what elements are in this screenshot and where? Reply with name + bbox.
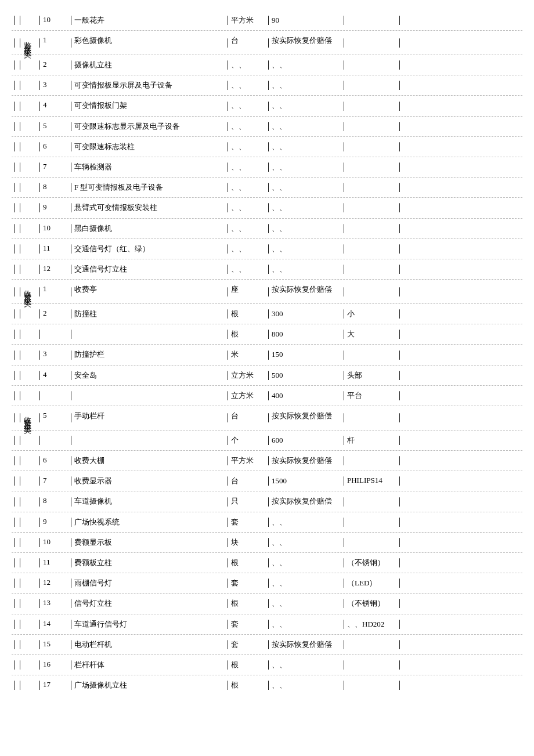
- note-cell: │平台: [339, 387, 397, 404]
- price-cell: │、、: [264, 56, 339, 74]
- price-cell: │、、: [264, 574, 339, 592]
- unit-cell: │根: [223, 325, 264, 343]
- row-separator: [12, 593, 522, 594]
- unit-cell: │、、: [223, 261, 264, 278]
- item-name: │费额板立柱: [66, 554, 223, 571]
- row-separator: [12, 634, 522, 635]
- row-number: │3: [35, 77, 66, 94]
- category-cell: │收费系统类: [15, 407, 35, 429]
- category-cell: │: [15, 387, 35, 404]
- table-row: ││收费系统类│1│收费亭│座│按实际恢复价赔偿││: [12, 281, 522, 302]
- price-cell: │150: [264, 346, 339, 363]
- price-cell: │、、: [264, 199, 339, 216]
- row-number: │4: [35, 97, 66, 114]
- unit-cell: │块: [223, 534, 264, 551]
- category-cell: │: [15, 305, 35, 323]
- item-name: │可变情报板门架: [66, 97, 223, 114]
- item-name: │一般花卉: [66, 12, 223, 29]
- table-row: │││3│可变情报板显示屏及电子设备│、、│、、││: [12, 77, 522, 94]
- row-separator: [12, 430, 522, 431]
- table-row: │││7│收费显示器│台│1500│PHILIPS14│: [12, 472, 522, 490]
- category-cell: │: [15, 199, 35, 216]
- unit-cell: │根: [223, 305, 264, 323]
- table-row: │││10│黑白摄像机│、、│、、││: [12, 220, 522, 237]
- row-separator: [12, 259, 522, 259]
- unit-cell: │台: [223, 407, 264, 429]
- category-cell: │: [15, 261, 35, 278]
- item-name: │摄像机立柱: [66, 56, 223, 74]
- category-cell: │: [15, 138, 35, 155]
- table-row: │││7│车辆检测器│、、│、、││: [12, 158, 522, 176]
- price-cell: │按实际恢复价赔偿: [264, 493, 339, 510]
- note-cell: │: [339, 97, 397, 114]
- item-name: │可变情报板显示屏及电子设备: [66, 77, 223, 94]
- unit-cell: │台: [223, 472, 264, 490]
- category-cell: │: [15, 432, 35, 449]
- unit-cell: │、、: [223, 118, 264, 135]
- row-number: │1: [35, 32, 66, 53]
- note-cell: │: [339, 346, 397, 363]
- row-number: │15: [35, 636, 66, 653]
- table-row: ││监控系统类│1│彩色摄像机│台│按实际恢复价赔偿││: [12, 32, 522, 53]
- category-cell: │: [15, 574, 35, 592]
- note-cell: │（不锈钢）: [339, 554, 397, 571]
- unit-cell: │根: [223, 554, 264, 571]
- item-name: │车辆检测器: [66, 158, 223, 176]
- item-name: │交通信号灯（红、绿）: [66, 240, 223, 258]
- note-cell: │: [339, 220, 397, 237]
- price-cell: │按实际恢复价赔偿: [264, 281, 339, 302]
- unit-cell: │套: [223, 574, 264, 592]
- unit-cell: │、、: [223, 220, 264, 237]
- item-name: │可变限速标志显示屏及电子设备: [66, 118, 223, 135]
- unit-cell: │立方米: [223, 387, 264, 404]
- item-name: │: [66, 387, 223, 404]
- price-cell: │、、: [264, 97, 339, 114]
- item-name: │手动栏杆: [66, 407, 223, 429]
- item-name: │费额显示板: [66, 534, 223, 551]
- price-cell: │、、: [264, 77, 339, 94]
- price-cell: │800: [264, 325, 339, 343]
- unit-cell: │套: [223, 513, 264, 531]
- row-number: │9: [35, 513, 66, 531]
- price-cell: │1500: [264, 472, 339, 490]
- row-number: │6: [35, 452, 66, 469]
- category-cell: │: [15, 220, 35, 237]
- table-row: │││2│摄像机立柱│、、│、、││: [12, 56, 522, 74]
- price-cell: │按实际恢复价赔偿: [264, 452, 339, 469]
- table-row: │││12│交通信号灯立柱│、、│、、││: [12, 261, 522, 278]
- price-cell: │90: [264, 12, 339, 29]
- table-row: │││││根│800│大│: [12, 325, 522, 343]
- unit-cell: │只: [223, 493, 264, 510]
- note-cell: │大: [339, 325, 397, 343]
- table-row: │││14│车道通行信号灯│套│、、│、、HD202│: [12, 616, 522, 633]
- unit-cell: │、、: [223, 199, 264, 216]
- item-name: │交通信号灯立柱: [66, 261, 223, 278]
- category-cell: │: [15, 118, 35, 135]
- row-number: │: [35, 387, 66, 404]
- row-number: │7: [35, 472, 66, 490]
- price-cell: │、、: [264, 261, 339, 278]
- row-separator: [12, 491, 522, 491]
- item-name: │车道摄像机: [66, 493, 223, 510]
- table-row: │││8│车道摄像机│只│按实际恢复价赔偿││: [12, 493, 522, 510]
- price-cell: │、、: [264, 677, 339, 694]
- row-number: │6: [35, 138, 66, 155]
- unit-cell: │立方米: [223, 367, 264, 384]
- item-name: │收费大棚: [66, 452, 223, 469]
- row-separator: [12, 324, 522, 324]
- price-cell: │400: [264, 387, 339, 404]
- table-row: │││6│收费大棚│平方米│按实际恢复价赔偿││: [12, 452, 522, 469]
- note-cell: │: [339, 199, 397, 216]
- price-cell: │按实际恢复价赔偿: [264, 636, 339, 653]
- row-separator: [12, 344, 522, 345]
- note-cell: │: [339, 77, 397, 94]
- note-cell: │: [339, 677, 397, 694]
- row-number: │13: [35, 595, 66, 612]
- row-separator: [12, 279, 522, 280]
- price-cell: │500: [264, 367, 339, 384]
- unit-cell: │座: [223, 281, 264, 302]
- category-cell: │: [15, 595, 35, 612]
- price-cell: │、、: [264, 118, 339, 135]
- table-row: │││3│防撞护栏│米│150││: [12, 346, 522, 363]
- category-cell: │: [15, 77, 35, 94]
